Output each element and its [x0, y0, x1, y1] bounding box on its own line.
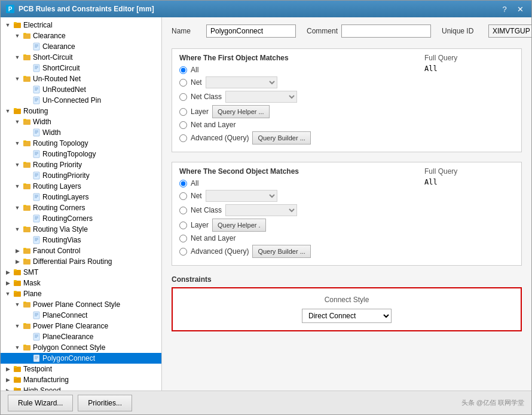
tree-item-ppconnectstyle-group[interactable]: ▼Power Plane Connect Style: [1, 299, 161, 310]
tree-item-planeconnect-rule[interactable]: ▶PlaneConnect: [1, 310, 161, 321]
second-netandlayer-radio[interactable]: [179, 235, 187, 242]
tree-expand-routinglayers-group[interactable]: ▼: [13, 182, 22, 191]
first-net-radio[interactable]: [179, 79, 187, 87]
name-input[interactable]: [206, 24, 296, 38]
tree-icon-routingtopo-group: [22, 139, 32, 148]
tree-item-testpoint-group[interactable]: ▶Testpoint: [1, 364, 161, 374]
tree-item-planeclearance-rule[interactable]: ▶PlaneClearance: [1, 331, 161, 342]
tree-expand-routingtopo-group[interactable]: ▼: [13, 139, 22, 148]
tree-expand-testpoint-group[interactable]: ▶: [3, 364, 13, 374]
first-query-builder-btn[interactable]: Query Builder ...: [252, 131, 310, 145]
second-netclass-select[interactable]: [225, 204, 297, 216]
tree-expand-routing-group[interactable]: ▼: [3, 106, 13, 116]
help-button[interactable]: ?: [498, 3, 511, 15]
tree-item-electrical[interactable]: ▼Electrical: [1, 20, 161, 30]
first-layer-row: Layer Query Helper ...: [179, 105, 417, 118]
tree-item-polygonconnect-group[interactable]: ▼Polygon Connect Style: [1, 342, 161, 353]
tree-item-routingvia-rule[interactable]: ▶RoutingVias: [1, 235, 161, 245]
tree-item-routingcorners-rule[interactable]: ▶RoutingCorners: [1, 213, 161, 224]
second-netclass-radio[interactable]: [179, 207, 187, 214]
tree-item-fanout-group[interactable]: ▶Fanout Control: [1, 245, 161, 256]
tree-item-smt-group[interactable]: ▶SMT: [1, 267, 161, 278]
close-button[interactable]: ✕: [513, 3, 527, 15]
tree-expand-fanout-group[interactable]: ▶: [13, 246, 22, 256]
tree-item-ppclearance-group[interactable]: ▼Power Plane Clearance: [1, 321, 161, 331]
tree-item-routingpri-group[interactable]: ▼Routing Priority: [1, 159, 161, 170]
second-advanced-radio[interactable]: [179, 248, 187, 256]
second-query-helper-btn[interactable]: Query Helper .: [212, 219, 266, 232]
tree-item-clearance-rule[interactable]: ▶Clearance: [1, 41, 161, 52]
tree-item-highspeed-group[interactable]: ▶High Speed: [1, 385, 161, 391]
rule-wizard-button[interactable]: Rule Wizard...: [8, 395, 73, 411]
tree-item-unrouted-group[interactable]: ▼Un-Routed Net: [1, 73, 161, 84]
tree-item-routingcorners-group[interactable]: ▼Routing Corners: [1, 202, 161, 213]
tree-expand-diffpairs-group[interactable]: ▶: [13, 257, 22, 266]
tree-item-diffpairs-group[interactable]: ▶Differential Pairs Routing: [1, 256, 161, 267]
tree-expand-polygonconnect-group[interactable]: ▼: [13, 343, 22, 352]
first-object-section: Where The First Object Matches All Net: [172, 48, 522, 152]
tree-label-electrical: Electrical: [23, 21, 53, 29]
comment-input[interactable]: [341, 24, 431, 38]
first-netandlayer-radio[interactable]: [179, 121, 187, 129]
second-netandlayer-row: Net and Layer: [179, 234, 417, 242]
tree-expand-mask-group[interactable]: ▶: [3, 278, 13, 288]
second-all-radio[interactable]: [179, 180, 187, 187]
tree-expand-width-group[interactable]: ▼: [13, 117, 22, 127]
tree-item-shortcircuit-group[interactable]: ▼Short-Circuit: [1, 52, 161, 63]
tree-expand-clearance-group[interactable]: ▼: [13, 31, 22, 41]
priorities-button[interactable]: Priorities...: [78, 395, 132, 411]
tree-expand-unrouted-group[interactable]: ▼: [13, 74, 22, 84]
tree-item-plane-group[interactable]: ▼Plane: [1, 288, 161, 299]
svg-rect-11: [23, 54, 26, 56]
tree-expand-routingpri-group[interactable]: ▼: [13, 160, 22, 170]
uniqueid-input[interactable]: [488, 24, 531, 38]
second-query-builder-btn[interactable]: Query Builder ...: [252, 245, 310, 258]
first-all-radio[interactable]: [179, 66, 187, 74]
first-netclass-radio[interactable]: [179, 93, 187, 101]
second-net-select[interactable]: [206, 190, 277, 202]
tree-expand-ppconnectstyle-group[interactable]: ▼: [13, 300, 22, 309]
tree-item-width-group[interactable]: ▼Width: [1, 116, 161, 127]
tree-label-smt-group: SMT: [23, 268, 38, 276]
tree-icon-routinglayers-group: [22, 182, 32, 191]
tree-expand-plane-group[interactable]: ▼: [3, 289, 13, 299]
tree-item-width-rule[interactable]: ▶Width: [1, 127, 161, 138]
first-netclass-select[interactable]: [225, 91, 297, 103]
first-net-select[interactable]: [206, 76, 277, 88]
first-query-helper-btn[interactable]: Query Helper ...: [212, 105, 270, 118]
tree-expand-highspeed-group[interactable]: ▶: [3, 386, 13, 391]
tree-item-routingtopo-rule[interactable]: ▶RoutingTopology: [1, 149, 161, 159]
connect-style-select[interactable]: Direct Connect Relief Connect No Connect: [302, 309, 392, 323]
tree-item-mask-group[interactable]: ▶Mask: [1, 278, 161, 288]
tree-expand-routingvia-group[interactable]: ▼: [13, 225, 22, 234]
tree-expand-routingcorners-group[interactable]: ▼: [13, 203, 22, 213]
svg-rect-3: [14, 22, 17, 24]
tree-expand-smt-group[interactable]: ▶: [3, 268, 13, 277]
second-layer-radio[interactable]: [179, 222, 187, 229]
tree-item-routinglayers-group[interactable]: ▼Routing Layers: [1, 181, 161, 192]
first-advanced-radio[interactable]: [179, 134, 187, 142]
tree-icon-width-rule: [32, 128, 41, 137]
tree-label-ppconnectstyle-group: Power Plane Connect Style: [33, 300, 120, 309]
tree-expand-ppclearance-group[interactable]: ▼: [13, 321, 22, 331]
tree-item-routinglayers-rule[interactable]: ▶RoutingLayers: [1, 192, 161, 202]
svg-rect-29: [23, 119, 26, 121]
first-layer-radio[interactable]: [179, 108, 187, 116]
tree-expand-shortcircuit-group[interactable]: ▼: [13, 53, 22, 62]
tree-item-polygonconnect-rule[interactable]: ▶PolygonConnect: [1, 353, 161, 364]
tree-item-unroutednet-rule[interactable]: ▶UnRoutedNet: [1, 84, 161, 95]
tree-item-manufacturing-group[interactable]: ▶Manufacturing: [1, 374, 161, 385]
tree-expand-electrical[interactable]: ▼: [3, 20, 13, 30]
tree-item-unconnectedpin-rule[interactable]: ▶Un-Connected Pin: [1, 95, 161, 106]
tree-expand-manufacturing-group[interactable]: ▶: [3, 375, 13, 385]
tree-item-routingvia-group[interactable]: ▼Routing Via Style: [1, 224, 161, 235]
tree-item-shortcircuit-rule[interactable]: ▶ShortCircuit: [1, 63, 161, 73]
tree-item-routing-group[interactable]: ▼Routing: [1, 106, 161, 116]
tree-item-routingtopo-group[interactable]: ▼Routing Topology: [1, 138, 161, 149]
tree-label-polygonconnect-rule: PolygonConnect: [42, 354, 95, 362]
second-netclass-row: Net Class: [179, 204, 417, 216]
tree-item-clearance-group[interactable]: ▼Clearance: [1, 30, 161, 41]
tree-item-routingpri-rule[interactable]: ▶RoutingPriority: [1, 170, 161, 181]
second-net-radio[interactable]: [179, 192, 187, 200]
tree-icon-shortcircuit-group: [22, 53, 32, 62]
